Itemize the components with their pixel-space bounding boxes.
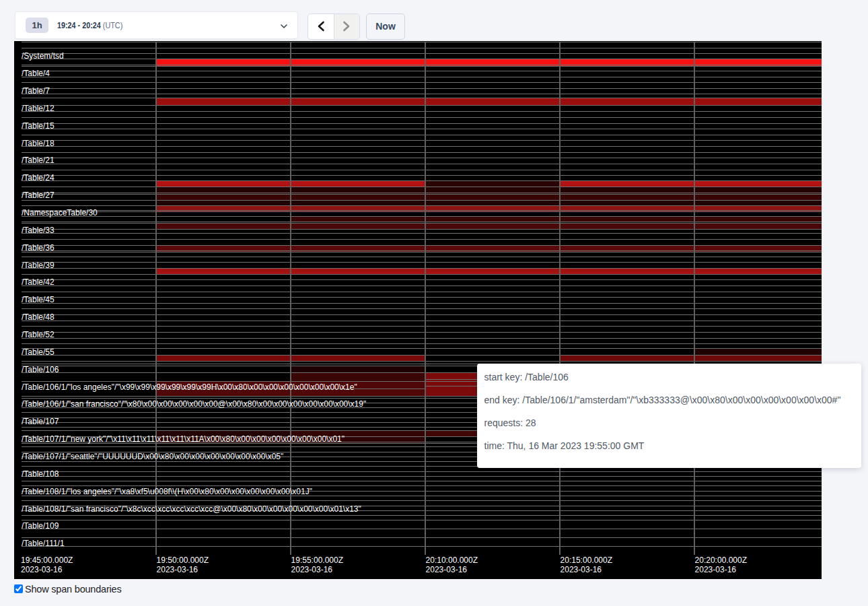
svg-text:2023-03-16: 2023-03-16 [21, 565, 63, 574]
svg-text:/Table/106: /Table/106 [22, 365, 59, 374]
svg-text:/Table/21: /Table/21 [22, 156, 55, 165]
svg-text:/Table/108/1/"los angeles"/"\x: /Table/108/1/"los angeles"/"\xa8\xf5\u00… [22, 487, 312, 496]
svg-text:2023-03-16: 2023-03-16 [157, 565, 198, 574]
svg-text:/Table/15: /Table/15 [22, 121, 55, 131]
svg-text:/Table/18: /Table/18 [22, 139, 55, 148]
svg-text:/System/tsd: /System/tsd [22, 51, 64, 61]
svg-text:/Table/42: /Table/42 [22, 277, 55, 287]
svg-text:/Table/27: /Table/27 [22, 191, 55, 200]
svg-text:/Table/45: /Table/45 [22, 295, 55, 304]
svg-text:/NamespaceTable/30: /NamespaceTable/30 [22, 208, 98, 217]
svg-text:/Table/39: /Table/39 [22, 261, 55, 270]
svg-text:/Table/106/1/"los angeles"/"\x: /Table/106/1/"los angeles"/"\x99\x99\x99… [22, 382, 357, 392]
svg-text:/Table/48: /Table/48 [22, 312, 55, 322]
svg-text:20:20:00.000Z: 20:20:00.000Z [695, 556, 747, 565]
svg-text:/Table/36: /Table/36 [22, 243, 55, 252]
svg-text:/Table/108: /Table/108 [22, 469, 59, 479]
svg-text:20:10:00.000Z: 20:10:00.000Z [426, 556, 478, 565]
svg-text:/Table/55: /Table/55 [22, 347, 55, 357]
svg-text:/Table/107/1/"seattle"/"UUUUUU: /Table/107/1/"seattle"/"UUUUUUD\x00\x80\… [22, 452, 283, 461]
svg-text:/Table/7: /Table/7 [22, 86, 50, 96]
svg-text:/Table/4: /Table/4 [22, 69, 50, 78]
svg-text:/Table/106/1/"san francisco"/": /Table/106/1/"san francisco"/"\x80\x00\x… [22, 399, 366, 409]
svg-text:/Table/107/1/"new york"/"\x11\: /Table/107/1/"new york"/"\x11\x11\x11\x1… [22, 434, 345, 444]
svg-text:/Table/108/1/"san francisco"/": /Table/108/1/"san francisco"/"\x8c\xcc\x… [22, 504, 361, 514]
svg-text:19:45:00.000Z: 19:45:00.000Z [21, 556, 73, 565]
svg-text:19:50:00.000Z: 19:50:00.000Z [157, 556, 209, 565]
svg-text:2023-03-16: 2023-03-16 [291, 565, 333, 574]
svg-text:/Table/109: /Table/109 [22, 521, 59, 531]
svg-text:/Table/12: /Table/12 [22, 104, 55, 113]
svg-text:20:15:00.000Z: 20:15:00.000Z [560, 556, 612, 565]
svg-text:/Table/107: /Table/107 [22, 417, 59, 426]
svg-text:/Table/33: /Table/33 [22, 226, 55, 235]
svg-text:19:55:00.000Z: 19:55:00.000Z [291, 556, 343, 565]
svg-text:/Table/52: /Table/52 [22, 330, 55, 339]
svg-text:/Table/111/1: /Table/111/1 [22, 539, 65, 548]
svg-text:/Table/24: /Table/24 [22, 173, 55, 182]
svg-text:2023-03-16: 2023-03-16 [695, 565, 737, 574]
svg-text:2023-03-16: 2023-03-16 [426, 565, 468, 574]
svg-text:2023-03-16: 2023-03-16 [560, 565, 602, 574]
